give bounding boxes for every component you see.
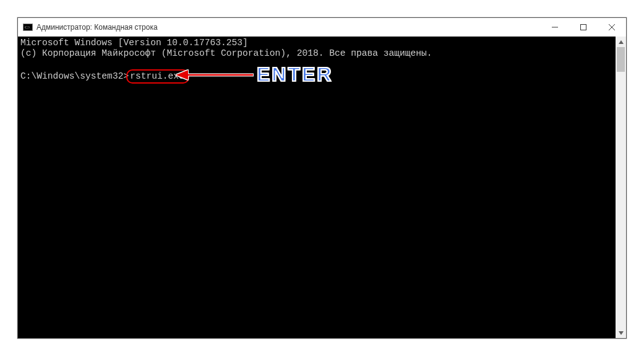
console-output[interactable]: Microsoft Windows [Version 10.0.17763.25… <box>18 37 616 338</box>
close-button[interactable] <box>598 18 626 37</box>
scroll-up-button[interactable] <box>616 37 626 47</box>
window-title: Администратор: Командная строка <box>36 23 541 32</box>
svg-marker-7 <box>619 331 624 335</box>
scroll-down-button[interactable] <box>616 328 626 338</box>
scroll-thumb[interactable] <box>617 47 625 72</box>
command-highlight: rstrui.exe <box>126 69 189 84</box>
window-controls <box>541 18 626 37</box>
minimize-button[interactable] <box>541 18 569 37</box>
cmd-window: C:\ Администратор: Командная строка Micr… <box>17 17 627 339</box>
console-client-area: Microsoft Windows [Version 10.0.17763.25… <box>18 37 626 338</box>
typed-command: rstrui.exe <box>130 71 184 81</box>
svg-marker-6 <box>619 40 624 44</box>
svg-text:C:\: C:\ <box>25 25 30 30</box>
maximize-button[interactable] <box>569 18 598 37</box>
vertical-scrollbar[interactable] <box>616 37 626 338</box>
scroll-track[interactable] <box>616 47 626 328</box>
console-line-copyright: (c) Корпорация Майкрософт (Microsoft Cor… <box>20 48 432 58</box>
titlebar[interactable]: C:\ Администратор: Командная строка <box>18 18 626 37</box>
console-prompt: C:\Windows\system32> <box>20 71 129 81</box>
svg-rect-3 <box>581 25 586 30</box>
cmd-icon: C:\ <box>23 22 33 32</box>
console-line-version: Microsoft Windows [Version 10.0.17763.25… <box>20 38 248 48</box>
